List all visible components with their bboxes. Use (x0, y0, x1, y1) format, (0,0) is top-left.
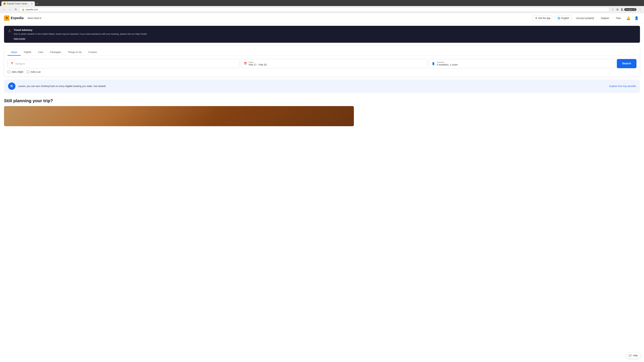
user-account-button[interactable]: 👤 (633, 15, 640, 21)
page-content: ✈ Expedia More travel ▾ ⬇ Get the app 🌐 … (0, 13, 644, 362)
search-widget: Stays Flights Cars Packages Things to do… (4, 45, 640, 77)
tab-title: Expedia Travel: Vacation Home... (7, 2, 30, 5)
travelers-field[interactable]: 👤 Travelers 2 travelers, 1 room (429, 59, 616, 68)
tab-flights[interactable]: Flights (21, 49, 35, 56)
help-center-link[interactable]: Help Center (14, 37, 25, 40)
onekey-banner: K Lauren, you can earn OneKeyCash on eve… (4, 79, 640, 93)
help-label: Help (633, 354, 638, 357)
browser-tab-bar: E Expedia Travel: Vacation Home... ✕ + (0, 0, 644, 6)
tab-stays[interactable]: Stays (8, 49, 21, 56)
incognito-count: Incognito (2) (624, 8, 636, 11)
destination-placeholder: Going to (16, 62, 25, 65)
search-tabs: Stays Flights Cars Packages Things to do… (8, 49, 636, 56)
planning-image-overlay (4, 106, 354, 126)
tab-cars[interactable]: Cars (35, 49, 47, 56)
browser-toolbar-actions: ☆ ⊞ 🕵 Incognito (2) ⋮ (611, 7, 642, 12)
planning-image (4, 106, 354, 126)
site-header: ✈ Expedia More travel ▾ ⬇ Get the app 🌐 … (0, 13, 644, 23)
tab-stays-label: Stays (11, 51, 17, 53)
chat-icon: 💬 (629, 354, 632, 357)
add-flight-label: Add a flight (12, 70, 23, 73)
bookmark-button[interactable]: ☆ (611, 7, 615, 12)
trips-label: Trips (616, 17, 621, 19)
advisory-title: Travel Advisory (14, 28, 636, 31)
add-flight-checkbox[interactable] (8, 70, 10, 73)
notifications-button[interactable]: 🔔 (625, 15, 632, 21)
header-actions: ⬇ Get the app 🌐 English List your proper… (532, 15, 640, 21)
language-label: English (561, 17, 569, 19)
list-property-label: List your property (576, 17, 594, 19)
search-options: Add a flight Add a car (8, 70, 636, 73)
onekey-avatar: K (8, 82, 16, 90)
get-app-button[interactable]: ⬇ Get the app (532, 15, 553, 21)
forward-button[interactable]: → (8, 7, 12, 12)
tab-cars-label: Cars (38, 51, 44, 53)
tab-close-button[interactable]: ✕ (31, 2, 33, 5)
expedia-logo-icon: ✈ (4, 15, 10, 21)
url-lock-icon: 🔒 (22, 8, 24, 11)
tab-things-to-do[interactable]: Things to do (64, 49, 85, 56)
active-tab[interactable]: E Expedia Travel: Vacation Home... ✕ (1, 1, 35, 6)
help-button[interactable]: 💬 Help (626, 352, 641, 359)
dates-value: Feb 17 - Feb 20 (249, 63, 425, 66)
download-icon: ⬇ (535, 17, 537, 19)
search-form: 📍 Going to 📅 Dates Feb 17 - Feb 20 👤 Tra… (8, 59, 636, 68)
search-button[interactable]: Search (617, 59, 636, 68)
refresh-button[interactable]: ↻ (14, 7, 18, 12)
search-label: Search (622, 62, 631, 65)
back-button[interactable]: ← (2, 7, 6, 12)
avatar-initial: K (10, 84, 13, 88)
onekey-message: Lauren, you can earn OneKeyCash on every… (18, 85, 606, 87)
dates-label: Dates (249, 61, 425, 63)
location-icon: 📍 (10, 62, 14, 65)
expedia-logo[interactable]: ✈ Expedia (4, 15, 24, 21)
travelers-content: Travelers 2 travelers, 1 room (437, 61, 613, 66)
tab-cruises[interactable]: Cruises (85, 49, 100, 56)
destination-field[interactable]: 📍 Going to (8, 59, 240, 68)
support-label: Support (601, 17, 609, 19)
dates-field[interactable]: 📅 Dates Feb 17 - Feb 20 (241, 59, 428, 68)
chevron-down-icon: ▾ (40, 17, 41, 19)
travelers-value: 2 travelers, 1 room (437, 63, 613, 66)
travelers-label: Travelers (437, 61, 613, 63)
tab-cruises-label: Cruises (88, 51, 97, 53)
explore-onekey-link[interactable]: Explore One Key benefits (609, 85, 636, 87)
new-tab-button[interactable]: + (36, 2, 40, 5)
planning-section: Still planning your trip? (0, 95, 644, 129)
calendar-icon: 📅 (244, 62, 247, 65)
tab-flights-label: Flights (24, 51, 31, 53)
tab-things-label: Things to do (68, 51, 82, 53)
tab-packages[interactable]: Packages (46, 49, 64, 56)
bell-icon: 🔔 (626, 16, 630, 20)
more-travel-button[interactable]: More travel ▾ (26, 16, 42, 20)
add-car-checkbox[interactable] (27, 70, 29, 73)
incognito-icon: 🕵 (621, 8, 624, 11)
dates-content: Dates Feb 17 - Feb 20 (249, 61, 425, 66)
url-bar[interactable]: 🔒 expedia.com (19, 7, 610, 12)
language-button[interactable]: 🌐 English (554, 15, 572, 21)
add-flight-option[interactable]: Add a flight (8, 70, 23, 73)
warning-icon: ⚠ (8, 29, 11, 33)
add-car-option[interactable]: Add a car (27, 70, 41, 73)
browser-chrome: E Expedia Travel: Vacation Home... ✕ + ←… (0, 0, 644, 13)
list-property-button[interactable]: List your property (573, 15, 597, 21)
advisory-content: Travel Advisory Due to winter weather in… (14, 28, 636, 40)
side-panel-button[interactable]: ⊞ (616, 7, 619, 12)
add-car-label: Add a car (31, 70, 41, 73)
expedia-logo-text: Expedia (11, 16, 24, 20)
more-travel-label: More travel (28, 17, 40, 19)
planning-title: Still planning your trip? (4, 98, 640, 103)
incognito-button[interactable]: 🕵 Incognito (2) (620, 7, 637, 12)
globe-icon: 🌐 (558, 17, 560, 19)
trips-button[interactable]: Trips (613, 15, 624, 21)
user-icon: 👤 (634, 16, 639, 20)
tab-packages-label: Packages (50, 51, 61, 53)
url-text: expedia.com (26, 8, 607, 11)
person-icon: 👤 (432, 62, 435, 65)
browser-toolbar: ← → ↻ 🔒 expedia.com ☆ ⊞ 🕵 Incognito (2) … (0, 6, 644, 13)
advisory-text: Due to winter weather in the United Stat… (14, 32, 636, 36)
support-button[interactable]: Support (598, 15, 612, 21)
tab-favicon: E (3, 2, 6, 5)
advisory-banner: ⚠ Travel Advisory Due to winter weather … (4, 26, 640, 43)
more-options-button[interactable]: ⋮ (638, 7, 642, 12)
